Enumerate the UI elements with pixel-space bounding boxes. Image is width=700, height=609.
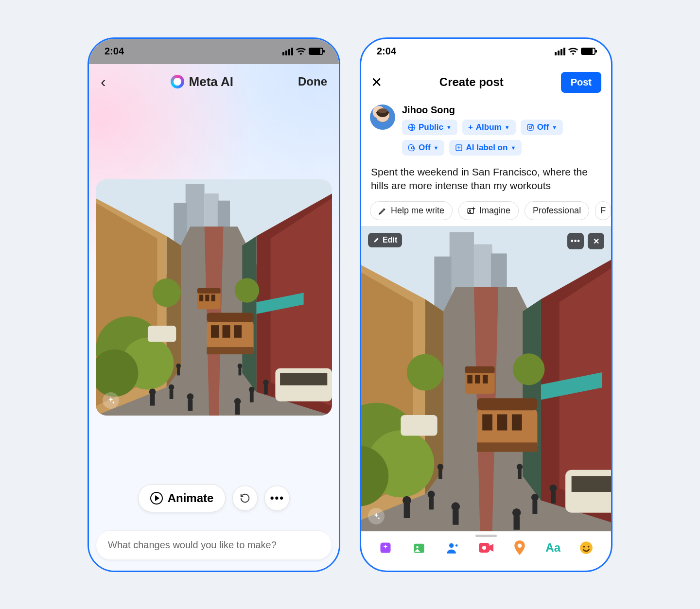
ai-sparkle-badge-icon: [368, 508, 385, 524]
ai-suggestion-row: Help me write Imagine Professional F: [361, 197, 611, 226]
play-icon: [150, 492, 163, 505]
svg-point-55: [469, 209, 471, 211]
pen-icon: [378, 207, 387, 215]
suggestion-label: Professional: [533, 206, 581, 216]
status-right: [282, 48, 323, 55]
status-time: 2:04: [105, 46, 124, 57]
post-button[interactable]: Post: [561, 72, 601, 93]
status-bar: 2:04: [361, 39, 611, 64]
ai-label-chip[interactable]: AI label on ▼: [449, 140, 522, 156]
chip-label: Public: [419, 122, 443, 132]
phone-meta-ai: 2:04 ‹ Meta AI Done Animate •••: [88, 37, 340, 572]
sparkle-image-icon: [379, 541, 392, 555]
meta-ai-header: ‹ Meta AI Done: [89, 64, 339, 97]
refresh-icon: [240, 493, 250, 504]
image-sparkle-icon: [467, 207, 475, 215]
attached-image[interactable]: Edit ••• ✕: [361, 226, 611, 531]
cellular-icon: [282, 48, 293, 55]
drag-handle[interactable]: [475, 535, 497, 537]
user-name: Jihoo Song: [402, 104, 602, 116]
tag-people-button[interactable]: [445, 540, 460, 555]
instagram-chip[interactable]: Off ▼: [521, 120, 563, 135]
prompt-input[interactable]: What changes would you like to make?: [96, 530, 332, 560]
edit-image-button[interactable]: Edit: [368, 233, 402, 247]
composer-toolbar: Aa: [361, 531, 611, 571]
post-option-chips: Public ▼ + Album ▼ Off ▼ Off ▼: [402, 120, 602, 156]
close-icon: ✕: [593, 237, 599, 246]
gallery-icon: [412, 541, 426, 555]
svg-point-63: [482, 546, 486, 550]
location-button[interactable]: [512, 540, 527, 555]
more-dots-icon: •••: [571, 237, 580, 245]
more-dots-icon: •••: [270, 492, 284, 505]
sparkle-square-icon: [455, 144, 463, 152]
ai-sparkle-badge-icon: [103, 392, 119, 409]
cellular-icon: [555, 48, 565, 55]
done-button[interactable]: Done: [298, 75, 327, 88]
action-pill-row: Animate •••: [89, 484, 339, 512]
svg-point-51: [529, 126, 531, 128]
remove-image-button[interactable]: ✕: [588, 233, 604, 249]
generated-image[interactable]: [96, 179, 332, 416]
professional-button[interactable]: Professional: [525, 201, 589, 220]
more-button[interactable]: •••: [264, 486, 290, 511]
battery-icon: [309, 48, 323, 55]
chip-label: Off: [419, 143, 431, 153]
video-icon: [479, 542, 493, 554]
suggestion-more[interactable]: F: [595, 201, 611, 220]
text-format-button[interactable]: Aa: [546, 540, 560, 555]
photo-button[interactable]: [412, 540, 426, 555]
close-button[interactable]: ✕: [371, 74, 382, 90]
image-more-button[interactable]: •••: [567, 233, 584, 249]
feeling-button[interactable]: [579, 540, 594, 555]
status-right: [555, 48, 595, 55]
suggestion-label: Help me write: [391, 206, 444, 216]
threads-chip[interactable]: Off ▼: [402, 140, 444, 156]
album-chip[interactable]: + Album ▼: [462, 120, 516, 135]
battery-icon: [581, 48, 595, 55]
person-icon: [446, 541, 459, 555]
animate-button[interactable]: Animate: [138, 484, 226, 512]
audience-chip[interactable]: Public ▼: [402, 120, 457, 135]
chevron-down-icon: ▼: [434, 145, 439, 151]
chevron-down-icon: ▼: [552, 124, 557, 130]
svg-point-67: [588, 545, 590, 547]
user-row: Jihoo Song Public ▼ + Album ▼ Off ▼: [361, 101, 611, 160]
svg-point-64: [518, 543, 522, 548]
wand-icon: [373, 237, 380, 244]
plus-icon: +: [468, 122, 473, 132]
edit-label: Edit: [383, 236, 397, 244]
wifi-icon: [296, 48, 306, 55]
chip-label: AI label on: [466, 143, 508, 153]
prompt-placeholder: What changes would you like to make?: [108, 539, 277, 550]
chevron-down-icon: ▼: [510, 145, 516, 151]
video-button[interactable]: [479, 540, 493, 555]
back-button[interactable]: ‹: [101, 73, 106, 91]
emoji-icon: [579, 541, 593, 555]
svg-point-58: [416, 546, 419, 548]
chevron-down-icon: ▼: [505, 124, 510, 130]
svg-marker-62: [490, 544, 493, 552]
svg-point-65: [580, 541, 593, 554]
page-title: Meta AI: [171, 74, 234, 89]
status-time: 2:04: [377, 46, 396, 57]
ai-image-button[interactable]: [378, 540, 393, 555]
regenerate-button[interactable]: [232, 486, 258, 511]
wifi-icon: [568, 48, 578, 55]
caption-text[interactable]: Spent the weekend in San Francisco, wher…: [361, 160, 611, 198]
text-icon: Aa: [545, 541, 560, 555]
page-title-text: Meta AI: [189, 74, 234, 89]
page-title: Create post: [439, 75, 504, 89]
imagine-button[interactable]: Imagine: [458, 201, 519, 220]
instagram-icon: [526, 123, 534, 131]
threads-icon: [408, 144, 416, 152]
status-bar: 2:04: [89, 39, 339, 64]
svg-point-59: [449, 543, 454, 547]
help-me-write-button[interactable]: Help me write: [370, 201, 453, 220]
svg-point-60: [455, 544, 458, 547]
chip-label: Album: [476, 122, 502, 132]
avatar[interactable]: [370, 104, 395, 130]
animate-label: Animate: [168, 491, 214, 505]
suggestion-label: Imagine: [479, 206, 510, 216]
globe-icon: [408, 123, 416, 131]
